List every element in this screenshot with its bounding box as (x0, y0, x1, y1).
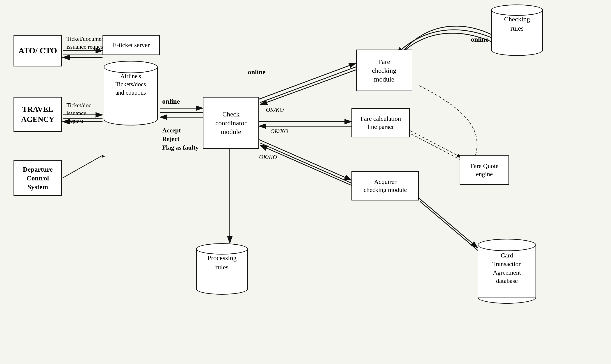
processing-rules-cylinder: Processingrules (196, 243, 248, 295)
checking-rules-cylinder: Checkingrules (491, 4, 543, 56)
card-transaction-cylinder: CardTransactionAgreementdatabase (478, 239, 536, 304)
eticket-server-box: E-ticket server (103, 35, 160, 55)
fare-calculation-box: Fare calculationline parser (351, 108, 410, 137)
online-label-3: online (471, 35, 488, 44)
svg-line-22 (410, 131, 462, 158)
airlines-db-cylinder: Airline'sTickets/docsand coupons (104, 61, 158, 126)
check-coordinator-box: Checkcoordinatormodule (203, 97, 259, 149)
ato-cto-box: ATO/ CTO (13, 35, 62, 66)
fare-checking-box: Farecheckingmodule (356, 50, 412, 91)
svg-line-24 (419, 198, 478, 248)
svg-line-23 (411, 134, 463, 161)
ok-ko-label-3: OK/KO (259, 153, 277, 161)
svg-line-25 (420, 202, 479, 251)
svg-line-20 (260, 143, 352, 183)
svg-line-14 (259, 63, 356, 99)
svg-line-9 (63, 156, 103, 178)
svg-marker-10 (102, 154, 105, 158)
svg-line-21 (260, 145, 352, 186)
diagram: ATO/ CTO TRAVELAGENCY DepartureControlSy… (0, 0, 611, 364)
acquirer-checking-box: Acquirerchecking module (351, 171, 419, 200)
ticket-doc-label: Ticket/documentissuance request (66, 35, 106, 51)
online-label-1: online (162, 97, 180, 106)
ok-ko-label-2: OK/KO (270, 127, 288, 135)
accept-reject-label: AcceptRejectFlag as faulty (162, 126, 199, 152)
online-label-2: online (248, 67, 265, 77)
departure-control-box: DepartureControlSystem (13, 160, 62, 196)
ticket-doc-label2: Ticket/docissuancerequest (66, 101, 91, 125)
svg-line-15 (260, 66, 357, 103)
ok-ko-label-1: OK/KO (266, 106, 284, 114)
travel-agency-box: TRAVELAGENCY (13, 97, 62, 132)
fare-quote-box: Fare Quoteengine (460, 156, 509, 185)
svg-line-16 (260, 70, 356, 105)
